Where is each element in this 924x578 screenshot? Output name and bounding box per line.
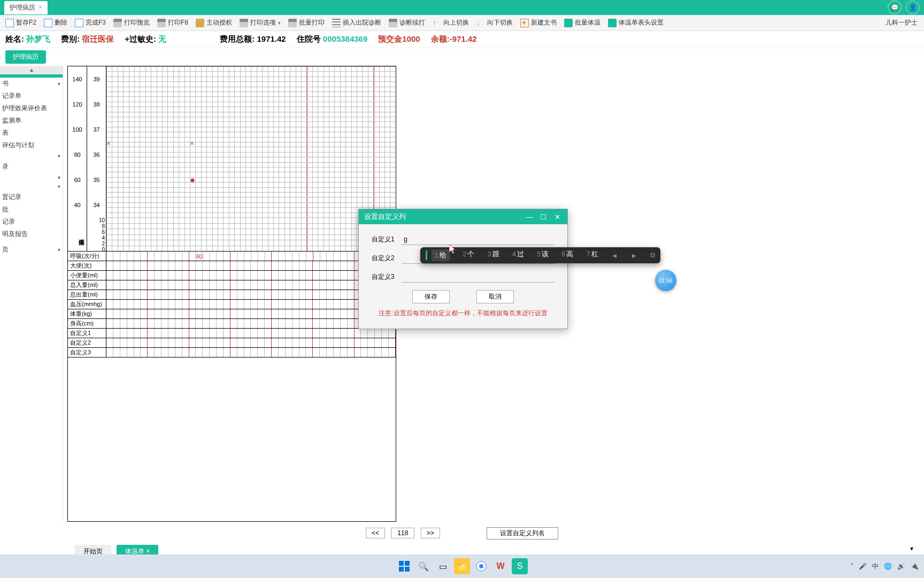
data-cell[interactable]	[127, 290, 134, 299]
data-cell[interactable]	[272, 290, 279, 299]
data-cell[interactable]	[306, 348, 313, 357]
data-cell[interactable]	[217, 290, 224, 299]
data-cell[interactable]	[320, 271, 327, 280]
btn-tempsave[interactable]: 暂存F2	[2, 17, 40, 29]
data-cell[interactable]	[327, 300, 334, 309]
data-cell[interactable]	[368, 329, 375, 338]
ime-prev-icon[interactable]: ◄	[611, 252, 618, 260]
data-cell[interactable]	[265, 348, 272, 357]
data-cell[interactable]	[313, 309, 320, 318]
data-cell[interactable]	[224, 309, 230, 318]
data-cell[interactable]	[244, 300, 251, 309]
data-cell[interactable]	[292, 290, 299, 299]
field1-input[interactable]	[402, 234, 555, 245]
data-cell[interactable]	[113, 348, 120, 357]
data-cell[interactable]	[203, 252, 210, 261]
data-cell[interactable]	[265, 329, 272, 338]
data-cell[interactable]	[251, 252, 258, 261]
data-cell[interactable]	[161, 271, 168, 280]
btn-printopt[interactable]: 打印选项▾	[236, 17, 284, 29]
data-cell[interactable]	[286, 261, 292, 270]
data-cell[interactable]	[127, 252, 134, 261]
data-cell[interactable]	[368, 348, 375, 357]
data-cell[interactable]	[113, 252, 120, 261]
data-cell[interactable]: 60	[196, 252, 203, 261]
data-cell[interactable]	[230, 252, 237, 261]
data-cell[interactable]	[120, 329, 127, 338]
data-cell[interactable]	[375, 338, 382, 347]
data-cell[interactable]	[127, 348, 134, 357]
data-cell[interactable]	[251, 271, 258, 280]
data-cell[interactable]	[286, 338, 292, 347]
data-cell[interactable]	[279, 280, 286, 290]
data-cell[interactable]	[106, 290, 113, 299]
data-cell[interactable]	[203, 348, 210, 357]
data-cell[interactable]	[106, 319, 113, 328]
data-cell[interactable]	[189, 338, 196, 347]
data-cell[interactable]	[120, 338, 127, 347]
data-cell[interactable]	[286, 348, 292, 357]
btn-contprint[interactable]: 诊断续打	[386, 17, 428, 29]
sidebar-item[interactable]: ▾	[0, 151, 63, 161]
data-cell[interactable]	[120, 261, 127, 270]
tray-mic-icon[interactable]: 🎤	[859, 562, 867, 570]
data-cell[interactable]	[327, 280, 334, 290]
data-cell[interactable]	[334, 319, 341, 328]
data-cell[interactable]	[106, 261, 113, 270]
data-cell[interactable]	[210, 338, 217, 347]
data-cell[interactable]	[265, 261, 272, 270]
data-cell[interactable]	[196, 280, 203, 290]
dialog-min-icon[interactable]: —	[525, 213, 534, 221]
data-cell[interactable]	[272, 261, 279, 270]
data-cell[interactable]	[306, 319, 313, 328]
ime-expand-icon[interactable]: ⧉	[650, 251, 655, 260]
data-cell[interactable]	[258, 290, 265, 299]
data-cell[interactable]	[286, 290, 292, 299]
data-cell[interactable]	[389, 329, 396, 338]
data-cell[interactable]	[189, 271, 196, 280]
data-cell[interactable]	[348, 261, 355, 270]
data-cell[interactable]	[313, 271, 320, 280]
data-cell[interactable]	[265, 252, 272, 261]
data-cell[interactable]	[265, 290, 272, 299]
data-cell[interactable]	[251, 329, 258, 338]
data-cell[interactable]	[230, 300, 237, 309]
data-cell[interactable]	[320, 300, 327, 309]
data-cell[interactable]	[348, 329, 355, 338]
data-cell[interactable]	[230, 348, 237, 357]
data-cell[interactable]	[286, 319, 292, 328]
data-cell[interactable]	[182, 252, 189, 261]
data-cell[interactable]	[168, 280, 175, 290]
data-cell[interactable]	[341, 261, 348, 270]
data-cell[interactable]	[251, 280, 258, 290]
data-cell[interactable]	[175, 271, 182, 280]
data-cell[interactable]	[348, 290, 355, 299]
data-cell[interactable]	[341, 290, 348, 299]
data-cell[interactable]	[306, 280, 313, 290]
data-cell[interactable]	[148, 319, 155, 328]
data-cell[interactable]	[168, 271, 175, 280]
data-cell[interactable]	[113, 309, 120, 318]
data-cell[interactable]	[299, 348, 306, 357]
data-cell[interactable]	[265, 271, 272, 280]
data-cell[interactable]	[224, 290, 230, 299]
data-cell[interactable]	[334, 329, 341, 338]
wps-icon[interactable]: W	[492, 558, 509, 574]
data-cell[interactable]	[148, 309, 155, 318]
tray-battery-icon[interactable]: 🔌	[911, 562, 919, 570]
ime-candidate[interactable]: 3跟	[487, 249, 499, 261]
data-cell[interactable]	[272, 319, 279, 328]
data-cell[interactable]	[230, 329, 237, 338]
data-cell[interactable]	[375, 348, 382, 357]
data-cell[interactable]	[189, 252, 196, 261]
data-cell[interactable]	[127, 280, 134, 290]
data-cell[interactable]	[334, 261, 341, 270]
explorer-icon[interactable]: 📁	[454, 558, 470, 574]
data-cell[interactable]	[230, 338, 237, 347]
btn-switchdown[interactable]: 向下切换	[473, 17, 516, 29]
data-cell[interactable]	[341, 309, 348, 318]
data-cell[interactable]	[313, 338, 320, 347]
data-cell[interactable]	[244, 309, 251, 318]
data-cell[interactable]	[210, 261, 217, 270]
data-cell[interactable]	[375, 329, 382, 338]
